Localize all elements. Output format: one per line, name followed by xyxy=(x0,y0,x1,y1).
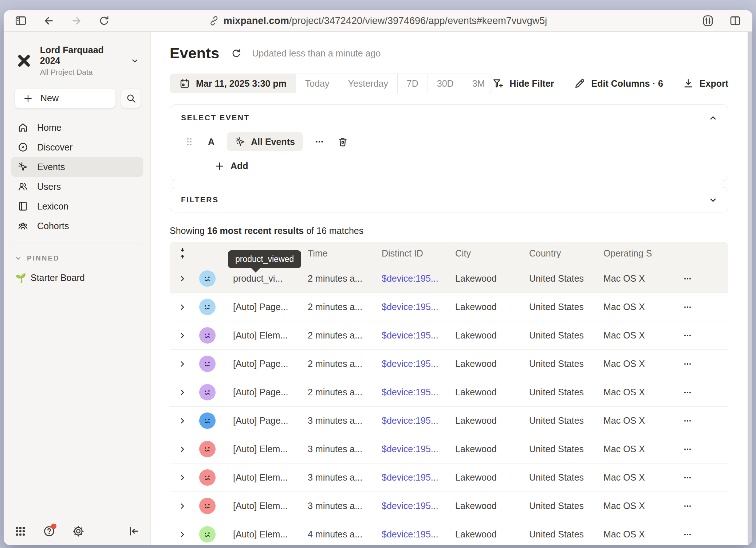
time-cell: 3 minutes a... xyxy=(294,501,368,511)
expand-row-icon[interactable] xyxy=(178,388,187,397)
column-header-os[interactable]: Operating S xyxy=(590,248,667,259)
distinct-id-link[interactable]: $device:195... xyxy=(368,444,441,454)
table-row[interactable]: [Auto] Elem... 3 minutes a... $device:19… xyxy=(170,492,728,520)
project-switcher[interactable]: Lord Farquaad 2024 All Project Data xyxy=(4,32,150,77)
table-row[interactable]: [Auto] Elem... 2 minutes a... $device:19… xyxy=(170,321,728,350)
table-row[interactable]: [Auto] Page... 3 minutes a... $device:19… xyxy=(170,407,728,435)
expand-row-icon[interactable] xyxy=(178,445,187,454)
reload-icon[interactable] xyxy=(98,15,110,27)
back-icon[interactable] xyxy=(43,15,55,27)
drag-handle-icon[interactable] xyxy=(185,137,193,146)
expand-row-icon[interactable] xyxy=(178,530,187,539)
row-more-options-icon[interactable] xyxy=(682,359,693,369)
address-bar[interactable]: mixpanel.com/project/3472420/view/397469… xyxy=(209,15,547,27)
range-30d[interactable]: 30D xyxy=(428,74,463,93)
range-yesterday[interactable]: Yesterday xyxy=(339,74,397,93)
new-button[interactable]: New xyxy=(15,88,116,108)
distinct-id-link[interactable]: $device:195... xyxy=(368,330,441,341)
distinct-id-link[interactable]: $device:195... xyxy=(368,387,441,398)
expand-row-icon[interactable] xyxy=(178,331,187,340)
event-name-cell[interactable]: [Auto] Page... xyxy=(219,359,294,369)
collapse-rows-icon[interactable] xyxy=(177,247,188,259)
sidebar-item-lexicon[interactable]: Lexicon xyxy=(11,196,143,216)
city-cell: Lakewood xyxy=(441,387,515,398)
event-name-cell[interactable]: [Auto] Elem... xyxy=(219,444,294,454)
row-more-options-icon[interactable] xyxy=(682,387,693,398)
city-cell: Lakewood xyxy=(441,472,515,483)
table-row[interactable]: [Auto] Page... 2 minutes a... $device:19… xyxy=(170,350,728,378)
column-header-time[interactable]: Time xyxy=(294,248,368,259)
row-more-options-icon[interactable] xyxy=(682,473,693,483)
column-header-city[interactable]: City xyxy=(441,248,515,259)
all-events-chip[interactable]: All Events xyxy=(227,132,303,151)
expand-row-icon[interactable] xyxy=(178,473,187,482)
distinct-id-link[interactable]: $device:195... xyxy=(368,302,441,312)
apps-grid-icon[interactable] xyxy=(15,525,26,537)
distinct-id-link[interactable]: $device:195... xyxy=(368,273,441,284)
sidebar-item-home[interactable]: Home xyxy=(11,118,143,137)
sidebar-item-events[interactable]: Events xyxy=(11,157,143,177)
event-name-cell[interactable]: [Auto] Elem... xyxy=(219,529,294,540)
collapse-sidebar-icon[interactable] xyxy=(128,525,139,537)
settings-gear-icon[interactable] xyxy=(72,525,84,537)
event-name-cell[interactable]: [Auto] Page... xyxy=(219,302,294,312)
sidebar-toggle-icon[interactable] xyxy=(15,15,27,27)
forward-icon[interactable] xyxy=(71,15,82,27)
distinct-id-link[interactable]: $device:195... xyxy=(368,359,441,369)
sidebar-item-users[interactable]: Users xyxy=(11,177,143,196)
event-name-cell[interactable]: [Auto] Elem... xyxy=(219,472,294,483)
chevron-down-icon[interactable] xyxy=(708,195,718,205)
table-body: product_vi... 2 minutes a... $device:195… xyxy=(170,265,728,545)
range-today[interactable]: Today xyxy=(296,74,339,93)
hide-filter-button[interactable]: Hide Filter xyxy=(492,78,554,89)
event-name-cell[interactable]: [Auto] Elem... xyxy=(219,501,294,511)
row-more-options-icon[interactable] xyxy=(682,330,693,341)
row-more-options-icon[interactable] xyxy=(682,501,693,511)
row-more-options-icon[interactable] xyxy=(682,444,693,454)
time-cell: 2 minutes a... xyxy=(294,330,368,341)
add-event-button[interactable]: Add xyxy=(214,161,717,171)
date-picker[interactable]: Mar 11, 2025 3:30 pm xyxy=(170,74,296,93)
expand-row-icon[interactable] xyxy=(178,303,187,312)
chevron-up-icon[interactable] xyxy=(708,113,718,123)
split-view-icon[interactable] xyxy=(729,15,741,27)
range-7d[interactable]: 7D xyxy=(397,74,428,93)
search-button[interactable] xyxy=(121,88,141,108)
expand-row-icon[interactable] xyxy=(178,502,187,510)
expand-row-icon[interactable] xyxy=(178,360,187,368)
range-3m[interactable]: 3M xyxy=(463,74,492,93)
table-row[interactable]: [Auto] Page... 2 minutes a... $device:19… xyxy=(170,293,728,321)
pinned-section-header[interactable]: PINNED xyxy=(4,243,150,262)
sidebar-item-cohorts[interactable]: Cohorts xyxy=(11,216,143,236)
row-more-options-icon[interactable] xyxy=(682,529,693,540)
export-button[interactable]: Export xyxy=(683,78,728,89)
event-name-cell[interactable]: [Auto] Page... xyxy=(219,387,294,398)
expand-row-icon[interactable] xyxy=(178,274,187,283)
row-more-options-icon[interactable] xyxy=(682,416,693,426)
column-header-country[interactable]: Country xyxy=(515,248,590,259)
distinct-id-link[interactable]: $device:195... xyxy=(368,529,441,540)
event-name-cell[interactable]: [Auto] Page... xyxy=(219,415,294,426)
event-name-cell[interactable]: product_vi... xyxy=(219,273,294,284)
table-row[interactable]: [Auto] Page... 2 minutes a... $device:19… xyxy=(170,378,728,407)
row-more-options-icon[interactable] xyxy=(682,302,693,312)
row-more-options-icon[interactable] xyxy=(682,274,693,284)
edit-columns-button[interactable]: Edit Columns · 6 xyxy=(574,78,663,89)
country-cell: United States xyxy=(515,330,590,341)
table-row[interactable]: [Auto] Elem... 4 minutes a... $device:19… xyxy=(170,520,728,545)
column-header-distinct-id[interactable]: Distinct ID xyxy=(368,248,441,259)
event-name-cell[interactable]: [Auto] Elem... xyxy=(219,330,294,341)
distinct-id-link[interactable]: $device:195... xyxy=(368,472,441,483)
sidebar-item-starter-board[interactable]: 🌱 Starter Board xyxy=(4,262,150,283)
trash-icon[interactable] xyxy=(337,136,348,147)
distinct-id-link[interactable]: $device:195... xyxy=(368,415,441,426)
distinct-id-link[interactable]: $device:195... xyxy=(368,501,441,511)
scrollbar[interactable] xyxy=(748,32,752,545)
more-options-icon[interactable] xyxy=(314,136,325,147)
table-row[interactable]: [Auto] Elem... 3 minutes a... $device:19… xyxy=(170,435,728,463)
table-row[interactable]: [Auto] Elem... 3 minutes a... $device:19… xyxy=(170,463,728,492)
expand-row-icon[interactable] xyxy=(178,416,187,425)
sidebar-item-discover[interactable]: Discover xyxy=(11,137,143,157)
refresh-icon[interactable] xyxy=(231,48,242,59)
page-settings-icon[interactable] xyxy=(701,14,714,27)
